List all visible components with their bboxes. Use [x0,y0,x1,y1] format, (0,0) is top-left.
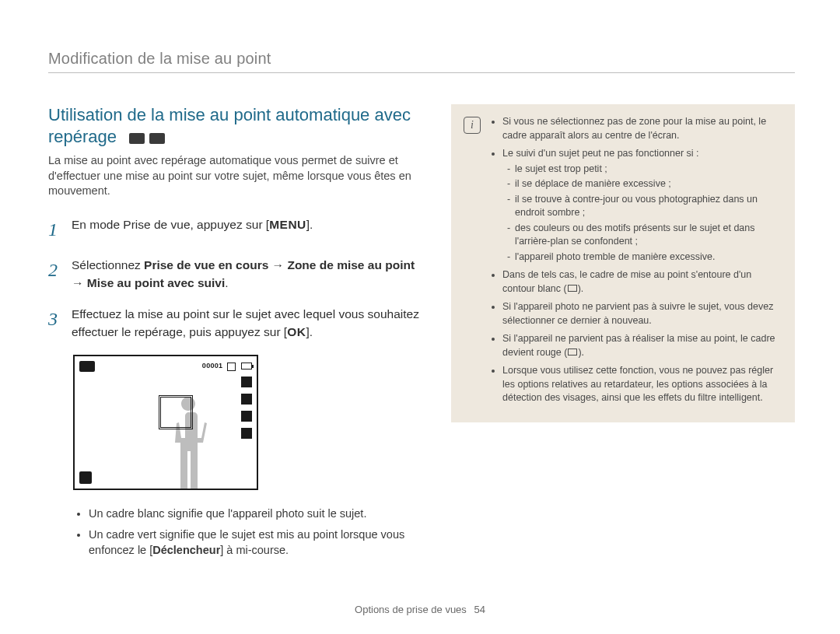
bold: Zone de mise au point [287,258,415,271]
text: Le suivi d'un sujet peut ne pas fonction… [502,148,699,159]
list-item: le sujet est trop petit ; [507,163,781,177]
arrow: → [72,276,87,289]
page-title: Modification de la mise au point [48,50,795,68]
shot-counter: 00001 [202,362,223,370]
bold: Déclencheur [152,544,220,556]
text: ). [578,347,584,358]
note-box: i Si vous ne sélectionnez pas de zone po… [451,104,795,422]
shooting-mode-icon [79,361,95,372]
left-column: Utilisation de la mise au point automati… [48,104,429,562]
text: ). [578,283,584,294]
step-number: 1 [48,216,62,243]
step-2: 2 Sélectionnez Prise de vue en cours → Z… [48,257,429,292]
list-item: des couleurs ou des motifs présents sur … [507,222,781,249]
text: il se trouve à contre-jour ou vous photo… [515,194,758,219]
list-item: Dans de tels cas, le cadre de mise au po… [502,268,781,296]
arrow: → [268,258,287,271]
text: ]. [306,218,313,231]
list-item: il se trouve à contre-jour ou vous photo… [507,193,781,220]
white-frame-icon [568,285,577,292]
text: il se déplace de manière excessive ; [515,178,671,189]
list-item: Lorsque vous utilisez cette fonction, vo… [502,364,781,405]
memory-card-icon [227,363,236,371]
text: Si l'appareil photo ne parvient pas à su… [502,301,773,326]
footer-section: Options de prise de vues [355,604,467,615]
title-rule [48,72,795,73]
list-item: Le suivi d'un sujet peut ne pas fonction… [502,147,781,264]
step-body: En mode Prise de vue, appuyez sur [MENU]… [72,216,429,243]
two-columns: Utilisation de la mise au point automati… [48,104,795,562]
bold: Prise de vue en cours [144,258,268,271]
note-info-icon: i [464,117,481,134]
size-icon [241,377,252,387]
red-frame-icon [568,349,577,356]
right-overlay-icons [241,377,252,439]
steps-list: 1 En mode Prise de vue, appuyez sur [MEN… [48,216,429,342]
stabilizer-icon [79,471,92,484]
text: Lorsque vous utilisez cette fonction, vo… [502,365,773,403]
text: ] à mi-course. [220,544,289,556]
text: ]. [306,325,313,338]
text: . [225,276,228,289]
text: Un cadre blanc signifie que l'appareil p… [89,507,366,520]
section-heading: Utilisation de la mise au point automati… [48,104,429,147]
step-body: Sélectionnez Prise de vue en cours → Zon… [72,257,429,292]
list-item: Si l'appareil photo ne parvient pas à su… [502,300,781,328]
bold: Mise au point avec suivi [87,276,225,289]
flash-auto-icon [241,428,252,439]
step-1: 1 En mode Prise de vue, appuyez sur [MEN… [48,216,429,243]
text: Si vous ne sélectionnez pas de zone pour… [502,116,766,141]
intro-paragraph: La mise au point avec repérage automatiq… [48,153,429,199]
text: En mode Prise de vue, appuyez sur [ [72,218,269,231]
metering-icon [241,411,252,422]
list-item: Si vous ne sélectionnez pas de zone pour… [502,115,781,142]
note-sublist: le sujet est trop petit ; il se déplace … [502,163,781,264]
note-list: Si vous ne sélectionnez pas de zone pour… [490,115,781,410]
ok-key: OK [287,324,306,341]
page-number: 54 [474,604,485,615]
status-bar: 00001 [202,361,252,370]
step-3: 3 Effectuez la mise au point sur le suje… [48,306,429,341]
list-item: Un cadre vert signifie que le sujet est … [89,527,429,559]
text: Si l'appareil ne parvient pas à réaliser… [502,333,775,358]
list-item: Un cadre blanc signifie que l'appareil p… [89,506,429,521]
sub-bullets: Un cadre blanc signifie que l'appareil p… [89,506,429,558]
right-column: i Si vous ne sélectionnez pas de zone po… [451,104,795,562]
text: des couleurs ou des motifs présents sur … [515,222,755,247]
mode-p-icon [129,133,145,144]
tracking-focus-frame [159,395,193,429]
step-number: 3 [48,306,62,341]
list-item: il se déplace de manière excessive ; [507,177,781,191]
text: le sujet est trop petit ; [515,163,607,174]
menu-key: MENU [269,216,306,233]
text: Effectuez la mise au point sur le sujet … [72,307,419,338]
mode-icons-group [129,133,165,144]
page-footer: Options de prise de vues 54 [0,604,840,615]
battery-icon [241,363,252,370]
manual-page: Modification de la mise au point Utilisa… [0,0,840,634]
list-item: Si l'appareil ne parvient pas à réaliser… [502,332,781,359]
illustration-wrap: 00001 [73,355,429,490]
text: Dans de tels cas, le cadre de mise au po… [502,269,751,294]
list-item: l'appareil photo tremble de manière exce… [507,250,781,264]
heading-text: Utilisation de la mise au point automati… [48,105,411,146]
quality-icon [241,394,252,405]
text: l'appareil photo tremble de manière exce… [515,251,715,262]
mode-scene-icon [149,133,165,144]
text: Sélectionnez [72,258,144,271]
step-body: Effectuez la mise au point sur le sujet … [72,306,429,341]
step-number: 2 [48,257,62,292]
camera-screen-illustration: 00001 [73,355,258,490]
